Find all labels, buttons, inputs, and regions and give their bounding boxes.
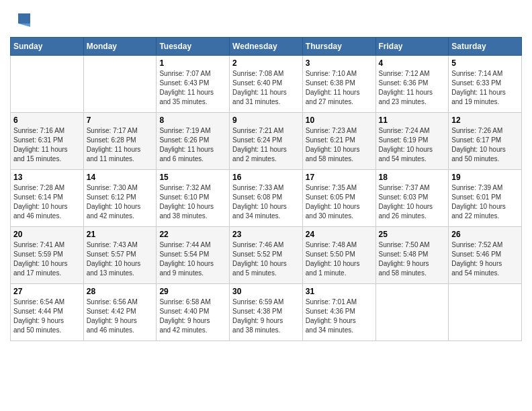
day-cell: 14Sunrise: 7:30 AM Sunset: 6:12 PM Dayli… (83, 170, 157, 227)
day-number: 24 (306, 230, 373, 239)
day-number: 13 (13, 173, 81, 182)
day-number: 4 (379, 58, 446, 68)
day-number: 12 (451, 116, 519, 125)
day-detail: Sunrise: 7:10 AM Sunset: 6:38 PM Dayligh… (306, 69, 373, 107)
day-detail: Sunrise: 7:32 AM Sunset: 6:10 PM Dayligh… (159, 183, 226, 221)
day-detail: Sunrise: 7:07 AM Sunset: 6:43 PM Dayligh… (159, 69, 226, 107)
day-number: 9 (232, 116, 300, 125)
calendar-table: SundayMondayTuesdayWednesdayThursdayFrid… (10, 37, 522, 341)
day-number: 23 (232, 230, 300, 239)
day-cell: 5Sunrise: 7:14 AM Sunset: 6:33 PM Daylig… (449, 56, 522, 113)
day-number: 14 (87, 173, 154, 182)
day-number: 17 (306, 173, 373, 182)
day-number: 26 (451, 230, 519, 239)
day-number: 15 (159, 173, 226, 182)
header-day-friday: Friday (375, 38, 449, 56)
day-detail: Sunrise: 7:43 AM Sunset: 5:57 PM Dayligh… (87, 240, 154, 278)
day-number: 20 (13, 230, 81, 239)
day-cell: 16Sunrise: 7:33 AM Sunset: 6:08 PM Dayli… (230, 170, 303, 227)
day-detail: Sunrise: 6:54 AM Sunset: 4:44 PM Dayligh… (13, 298, 81, 335)
day-detail: Sunrise: 7:08 AM Sunset: 6:40 PM Dayligh… (232, 69, 300, 107)
day-number: 31 (306, 287, 373, 296)
day-detail: Sunrise: 6:56 AM Sunset: 4:42 PM Dayligh… (87, 298, 154, 335)
day-cell: 11Sunrise: 7:24 AM Sunset: 6:19 PM Dayli… (375, 113, 449, 170)
day-cell: 22Sunrise: 7:44 AM Sunset: 5:54 PM Dayli… (157, 227, 230, 284)
day-cell: 19Sunrise: 7:39 AM Sunset: 6:01 PM Dayli… (449, 170, 522, 227)
day-cell: 6Sunrise: 7:16 AM Sunset: 6:31 PM Daylig… (11, 113, 84, 170)
day-detail: Sunrise: 7:24 AM Sunset: 6:19 PM Dayligh… (379, 126, 446, 164)
day-detail: Sunrise: 6:59 AM Sunset: 4:38 PM Dayligh… (232, 298, 300, 335)
day-detail: Sunrise: 7:26 AM Sunset: 6:17 PM Dayligh… (451, 126, 519, 164)
header-day-sunday: Sunday (11, 38, 84, 56)
day-cell (375, 284, 449, 341)
week-row-5: 27Sunrise: 6:54 AM Sunset: 4:44 PM Dayli… (11, 284, 522, 341)
day-number: 7 (87, 116, 154, 125)
day-cell: 3Sunrise: 7:10 AM Sunset: 6:38 PM Daylig… (302, 56, 375, 113)
day-cell: 13Sunrise: 7:28 AM Sunset: 6:14 PM Dayli… (11, 170, 84, 227)
header-day-wednesday: Wednesday (230, 38, 303, 56)
day-cell: 26Sunrise: 7:52 AM Sunset: 5:46 PM Dayli… (449, 227, 522, 284)
logo (10, 10, 32, 30)
day-detail: Sunrise: 7:52 AM Sunset: 5:46 PM Dayligh… (451, 240, 519, 278)
page-header (10, 10, 522, 30)
day-number: 22 (159, 230, 226, 239)
day-cell: 4Sunrise: 7:12 AM Sunset: 6:36 PM Daylig… (375, 56, 449, 113)
day-cell: 29Sunrise: 6:58 AM Sunset: 4:40 PM Dayli… (157, 284, 230, 341)
week-row-4: 20Sunrise: 7:41 AM Sunset: 5:59 PM Dayli… (11, 227, 522, 284)
day-detail: Sunrise: 7:23 AM Sunset: 6:21 PM Dayligh… (306, 126, 373, 164)
day-detail: Sunrise: 7:44 AM Sunset: 5:54 PM Dayligh… (159, 240, 226, 278)
day-number: 11 (379, 116, 446, 125)
day-number: 19 (451, 173, 519, 182)
day-cell: 8Sunrise: 7:19 AM Sunset: 6:26 PM Daylig… (157, 113, 230, 170)
day-cell: 31Sunrise: 7:01 AM Sunset: 4:36 PM Dayli… (302, 284, 375, 341)
day-detail: Sunrise: 7:46 AM Sunset: 5:52 PM Dayligh… (232, 240, 300, 278)
svg-marker-1 (18, 24, 30, 27)
day-cell: 27Sunrise: 6:54 AM Sunset: 4:44 PM Dayli… (11, 284, 84, 341)
svg-marker-0 (18, 13, 30, 24)
day-cell: 24Sunrise: 7:48 AM Sunset: 5:50 PM Dayli… (302, 227, 375, 284)
calendar-body: 1Sunrise: 7:07 AM Sunset: 6:43 PM Daylig… (11, 56, 522, 341)
day-number: 30 (232, 287, 300, 296)
day-cell: 17Sunrise: 7:35 AM Sunset: 6:05 PM Dayli… (302, 170, 375, 227)
day-cell: 7Sunrise: 7:17 AM Sunset: 6:28 PM Daylig… (83, 113, 157, 170)
day-number: 28 (87, 287, 154, 296)
day-cell: 1Sunrise: 7:07 AM Sunset: 6:43 PM Daylig… (157, 56, 230, 113)
day-number: 3 (306, 58, 373, 68)
day-cell: 2Sunrise: 7:08 AM Sunset: 6:40 PM Daylig… (230, 56, 303, 113)
day-detail: Sunrise: 7:28 AM Sunset: 6:14 PM Dayligh… (13, 183, 81, 221)
day-cell: 18Sunrise: 7:37 AM Sunset: 6:03 PM Dayli… (375, 170, 449, 227)
day-cell (83, 56, 157, 113)
day-number: 8 (159, 116, 226, 125)
day-detail: Sunrise: 7:19 AM Sunset: 6:26 PM Dayligh… (159, 126, 226, 164)
day-cell: 28Sunrise: 6:56 AM Sunset: 4:42 PM Dayli… (83, 284, 157, 341)
day-number: 25 (379, 230, 446, 239)
day-cell (11, 56, 84, 113)
day-detail: Sunrise: 7:17 AM Sunset: 6:28 PM Dayligh… (87, 126, 154, 164)
day-detail: Sunrise: 7:35 AM Sunset: 6:05 PM Dayligh… (306, 183, 373, 221)
day-detail: Sunrise: 6:58 AM Sunset: 4:40 PM Dayligh… (159, 298, 226, 335)
day-detail: Sunrise: 7:48 AM Sunset: 5:50 PM Dayligh… (306, 240, 373, 278)
week-row-1: 1Sunrise: 7:07 AM Sunset: 6:43 PM Daylig… (11, 56, 522, 113)
day-cell: 10Sunrise: 7:23 AM Sunset: 6:21 PM Dayli… (302, 113, 375, 170)
day-detail: Sunrise: 7:21 AM Sunset: 6:24 PM Dayligh… (232, 126, 300, 164)
day-detail: Sunrise: 7:14 AM Sunset: 6:33 PM Dayligh… (451, 69, 519, 107)
day-number: 10 (306, 116, 373, 125)
day-number: 1 (159, 58, 226, 68)
day-detail: Sunrise: 7:33 AM Sunset: 6:08 PM Dayligh… (232, 183, 300, 221)
day-detail: Sunrise: 7:01 AM Sunset: 4:36 PM Dayligh… (306, 298, 373, 335)
day-number: 21 (87, 230, 154, 239)
day-cell: 9Sunrise: 7:21 AM Sunset: 6:24 PM Daylig… (230, 113, 303, 170)
day-detail: Sunrise: 7:41 AM Sunset: 5:59 PM Dayligh… (13, 240, 81, 278)
header-day-saturday: Saturday (449, 38, 522, 56)
day-number: 6 (13, 116, 81, 125)
day-detail: Sunrise: 7:30 AM Sunset: 6:12 PM Dayligh… (87, 183, 154, 221)
header-day-thursday: Thursday (302, 38, 375, 56)
day-number: 16 (232, 173, 300, 182)
header-day-monday: Monday (83, 38, 157, 56)
day-cell: 25Sunrise: 7:50 AM Sunset: 5:48 PM Dayli… (375, 227, 449, 284)
day-cell: 12Sunrise: 7:26 AM Sunset: 6:17 PM Dayli… (449, 113, 522, 170)
day-number: 18 (379, 173, 446, 182)
day-detail: Sunrise: 7:37 AM Sunset: 6:03 PM Dayligh… (379, 183, 446, 221)
day-detail: Sunrise: 7:50 AM Sunset: 5:48 PM Dayligh… (379, 240, 446, 278)
day-detail: Sunrise: 7:39 AM Sunset: 6:01 PM Dayligh… (451, 183, 519, 221)
